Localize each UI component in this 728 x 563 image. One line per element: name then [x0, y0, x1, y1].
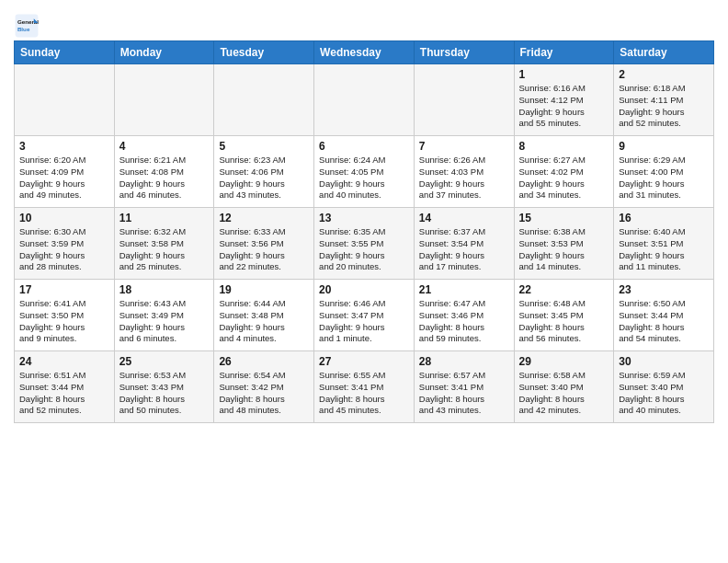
day-info: and 48 minutes.	[219, 405, 309, 417]
day-info: Daylight: 8 hours	[519, 394, 609, 406]
calendar-cell: 21Sunrise: 6:47 AMSunset: 3:46 PMDayligh…	[414, 280, 514, 351]
calendar-cell: 20Sunrise: 6:46 AMSunset: 3:47 PMDayligh…	[314, 280, 415, 351]
day-info: Sunset: 3:41 PM	[419, 382, 509, 394]
day-number: 7	[419, 140, 509, 153]
day-number: 24	[19, 355, 109, 368]
day-info: Sunrise: 6:16 AM	[519, 83, 609, 95]
day-number: 16	[619, 212, 709, 224]
day-info: Daylight: 9 hours	[19, 178, 109, 190]
weekday-header-cell: Saturday	[614, 41, 714, 64]
day-number: 6	[319, 140, 409, 153]
day-info: Sunrise: 6:55 AM	[319, 370, 409, 382]
day-info: Daylight: 8 hours	[19, 394, 109, 406]
calendar-cell: 11Sunrise: 6:32 AMSunset: 3:58 PMDayligh…	[114, 208, 214, 280]
day-info: Daylight: 9 hours	[219, 178, 309, 190]
calendar-cell	[414, 64, 514, 136]
day-info: Daylight: 9 hours	[119, 178, 210, 190]
day-info: Sunset: 3:40 PM	[519, 382, 609, 394]
day-info: Daylight: 9 hours	[519, 250, 609, 262]
day-info: Sunrise: 6:38 AM	[519, 226, 609, 238]
day-info: Sunset: 3:53 PM	[519, 238, 609, 250]
day-number: 18	[119, 283, 210, 296]
day-info: Daylight: 8 hours	[219, 394, 309, 406]
day-info: Daylight: 9 hours	[619, 107, 709, 119]
day-number: 27	[319, 355, 409, 368]
day-info: Sunrise: 6:50 AM	[619, 298, 709, 310]
weekday-header-cell: Tuesday	[214, 41, 314, 64]
day-info: Sunset: 3:49 PM	[119, 310, 210, 322]
day-info: and 17 minutes.	[419, 261, 509, 273]
calendar-cell: 27Sunrise: 6:55 AMSunset: 3:41 PMDayligh…	[314, 351, 415, 423]
day-number: 3	[19, 140, 109, 153]
day-info: Daylight: 9 hours	[419, 250, 509, 262]
day-info: Sunrise: 6:23 AM	[219, 155, 309, 167]
day-info: Sunset: 3:44 PM	[19, 382, 109, 394]
day-info: Sunset: 4:11 PM	[619, 95, 709, 107]
day-info: and 34 minutes.	[519, 190, 609, 201]
day-info: Sunset: 3:58 PM	[119, 238, 210, 250]
day-info: Sunrise: 6:24 AM	[319, 155, 409, 167]
weekday-header-cell: Monday	[114, 41, 214, 64]
day-info: Sunrise: 6:18 AM	[619, 83, 709, 95]
day-info: Sunrise: 6:33 AM	[219, 226, 309, 238]
day-info: Sunrise: 6:40 AM	[619, 226, 709, 238]
day-info: and 50 minutes.	[119, 405, 210, 417]
day-number: 4	[119, 140, 210, 153]
day-info: Daylight: 9 hours	[19, 250, 109, 262]
day-info: and 22 minutes.	[219, 261, 309, 273]
calendar-cell: 15Sunrise: 6:38 AMSunset: 3:53 PMDayligh…	[514, 208, 614, 280]
day-info: Sunrise: 6:48 AM	[519, 298, 609, 310]
day-info: Daylight: 8 hours	[619, 322, 709, 334]
day-info: Daylight: 9 hours	[619, 178, 709, 190]
day-info: Daylight: 9 hours	[219, 250, 309, 262]
day-info: Sunset: 3:50 PM	[19, 310, 109, 322]
main-container: General Blue SundayMondayTuesdayWednesda…	[0, 0, 728, 431]
day-number: 19	[219, 283, 309, 296]
day-info: Sunrise: 6:51 AM	[19, 370, 109, 382]
calendar-cell: 13Sunrise: 6:35 AMSunset: 3:55 PMDayligh…	[314, 208, 415, 280]
day-info: Sunrise: 6:41 AM	[19, 298, 109, 310]
day-info: Daylight: 9 hours	[319, 322, 409, 334]
weekday-header-cell: Friday	[514, 41, 614, 64]
calendar-cell: 30Sunrise: 6:59 AMSunset: 3:40 PMDayligh…	[614, 351, 714, 423]
day-info: Sunrise: 6:32 AM	[119, 226, 210, 238]
day-number: 8	[519, 140, 609, 153]
day-info: and 59 minutes.	[419, 333, 509, 345]
day-info: Sunset: 3:59 PM	[19, 238, 109, 250]
day-number: 26	[219, 355, 309, 368]
header: General Blue	[14, 9, 714, 39]
day-info: Sunrise: 6:21 AM	[119, 155, 210, 167]
calendar-cell: 12Sunrise: 6:33 AMSunset: 3:56 PMDayligh…	[214, 208, 314, 280]
day-info: Sunset: 4:08 PM	[119, 167, 210, 178]
day-number: 14	[419, 212, 509, 224]
day-info: and 46 minutes.	[119, 190, 210, 201]
calendar-week-row: 24Sunrise: 6:51 AMSunset: 3:44 PMDayligh…	[15, 351, 714, 423]
day-info: Sunset: 4:03 PM	[419, 167, 509, 178]
calendar-cell	[114, 64, 214, 136]
day-info: Sunrise: 6:20 AM	[19, 155, 109, 167]
calendar-cell: 7Sunrise: 6:26 AMSunset: 4:03 PMDaylight…	[414, 136, 514, 208]
day-number: 20	[319, 283, 409, 296]
day-number: 11	[119, 212, 210, 224]
day-info: Sunrise: 6:37 AM	[419, 226, 509, 238]
day-number: 25	[119, 355, 210, 368]
calendar-cell: 23Sunrise: 6:50 AMSunset: 3:44 PMDayligh…	[614, 280, 714, 351]
day-number: 10	[19, 212, 109, 224]
day-info: and 25 minutes.	[119, 261, 210, 273]
calendar-cell: 8Sunrise: 6:27 AMSunset: 4:02 PMDaylight…	[514, 136, 614, 208]
day-number: 2	[619, 68, 709, 81]
day-info: Sunrise: 6:44 AM	[219, 298, 309, 310]
day-number: 22	[519, 283, 609, 296]
calendar-cell: 17Sunrise: 6:41 AMSunset: 3:50 PMDayligh…	[15, 280, 115, 351]
day-info: Daylight: 9 hours	[319, 250, 409, 262]
day-info: Daylight: 8 hours	[519, 322, 609, 334]
day-info: Daylight: 8 hours	[419, 394, 509, 406]
day-info: Sunrise: 6:47 AM	[419, 298, 509, 310]
day-info: Daylight: 9 hours	[119, 322, 210, 334]
day-info: Sunrise: 6:59 AM	[619, 370, 709, 382]
calendar-cell: 6Sunrise: 6:24 AMSunset: 4:05 PMDaylight…	[314, 136, 415, 208]
day-number: 12	[219, 212, 309, 224]
day-info: Sunset: 3:55 PM	[319, 238, 409, 250]
day-number: 13	[319, 212, 409, 224]
day-info: and 6 minutes.	[119, 333, 210, 345]
